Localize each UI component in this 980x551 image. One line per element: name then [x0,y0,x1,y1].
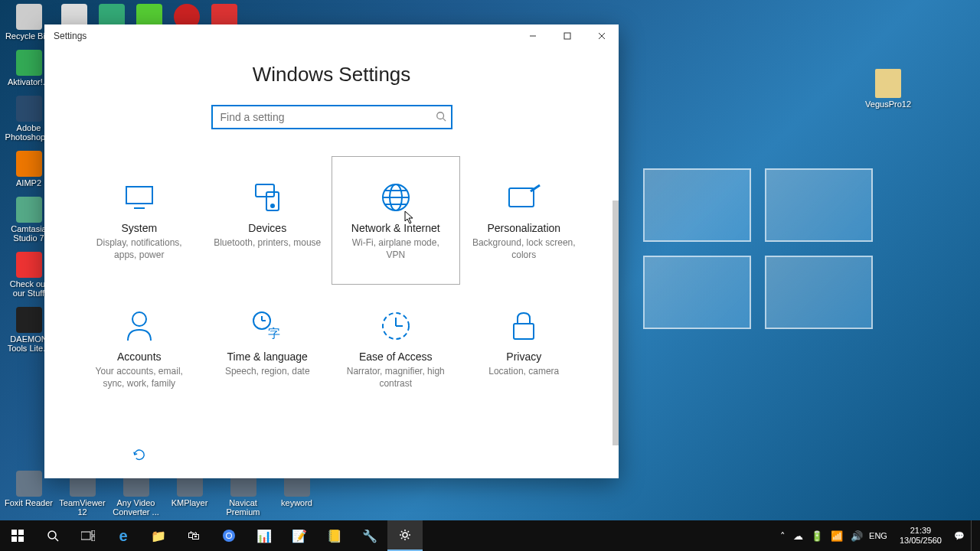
desktop-icon[interactable]: VegusPro12 [865,69,911,109]
taskbar-app-store[interactable]: 🛍 [176,520,211,551]
svg-point-31 [48,531,56,539]
svg-rect-1 [564,33,570,39]
svg-point-39 [403,533,407,537]
category-description: Speech, region, date [214,366,322,378]
category-icon [85,180,194,214]
svg-rect-8 [256,184,274,197]
search-icon [436,111,446,124]
svg-line-32 [55,538,58,541]
desktop-icon-label: Any Video Converter ... [111,498,161,517]
category-description: Background, lock screen, colors [470,237,579,261]
category-description: Wi-Fi, airplane mode, VPN [341,237,450,261]
show-desktop-button[interactable] [971,520,975,551]
svg-point-38 [227,533,231,538]
scrollbar[interactable] [612,201,619,445]
category-icon [85,308,194,343]
category-update[interactable] [75,413,204,478]
settings-window: Settings Windows Settings System Display… [44,24,619,478]
svg-text:字: 字 [268,327,280,340]
category-title: Ease of Access [341,350,450,363]
svg-point-18 [132,312,146,326]
desktop-icon-label: keyword [272,498,322,507]
desktop-icon-label: Navicat Premium [218,498,268,517]
desktop-icon-label: KMPlayer [165,498,214,507]
category-description: Your accounts, email, sync, work, family [85,366,194,390]
start-button[interactable] [0,520,35,551]
taskbar-app[interactable]: 📊 [247,520,282,551]
svg-rect-16 [509,188,534,207]
category-description: Location, camera [470,366,579,378]
category-icon [341,180,450,214]
desktop-icon-label: TeamViewer 12 [57,498,107,517]
tray-chevron-icon[interactable]: ˄ [780,530,786,542]
taskbar-app[interactable]: 📒 [317,520,352,551]
category-icon [85,437,194,471]
tray-clock[interactable]: 21:39 13/05/2560 [893,526,948,546]
svg-rect-34 [92,530,95,535]
taskbar-app[interactable]: 🔧 [352,520,387,551]
category-title: Personalization [470,222,579,234]
category-accounts[interactable]: Accounts Your accounts, email, sync, wor… [75,285,204,413]
category-description: Display, notifications, apps, power [85,237,194,261]
category-icon: 字 [214,308,322,343]
svg-rect-30 [18,536,24,542]
taskbar-app-edge[interactable]: e [106,520,141,551]
category-title: Privacy [470,350,579,363]
category-network-internet[interactable]: Network & Internet Wi-Fi, airplane mode,… [332,156,460,285]
svg-rect-33 [81,532,90,540]
page-title: Windows Settings [67,63,596,86]
tray-language[interactable]: ENG [869,531,887,540]
desktop-icon-label: Foxit Reader [4,498,54,507]
category-system[interactable]: System Display, notifications, apps, pow… [75,156,204,285]
minimize-button[interactable] [515,24,550,47]
tray-volume-icon[interactable]: 🔊 [851,530,863,542]
titlebar: Settings [44,24,619,47]
svg-point-10 [271,204,274,207]
taskbar: e 📁 🛍 📊 📝 📒 🔧 ˄ ☁ 🔋 📶 🔊 ENG 21:39 13/05/… [0,520,980,551]
category-description: Bluetooth, printers, mouse [214,237,322,249]
taskbar-app-settings[interactable] [387,520,423,551]
category-devices[interactable]: Devices Bluetooth, printers, mouse [204,156,332,285]
tray-notifications-icon[interactable]: 💬 [954,531,965,541]
svg-line-5 [443,119,446,122]
category-title: Devices [214,222,322,234]
category-title: Network & Internet [341,222,450,234]
category-icon [214,180,322,214]
svg-rect-35 [92,536,95,541]
taskbar-app[interactable]: 📝 [282,520,317,551]
tray-network-icon[interactable]: 📶 [831,530,843,542]
svg-rect-6 [126,187,152,204]
category-description: Narrator, magnifier, high contrast [341,366,450,390]
svg-rect-29 [11,536,17,542]
category-time-language[interactable]: 字 Time & language Speech, region, date [204,285,332,413]
svg-rect-26 [514,324,534,339]
maximize-button[interactable] [550,24,584,47]
desktop-wallpaper-logo [643,168,873,329]
cortana-search-button[interactable] [35,520,70,551]
category-icon [470,180,579,214]
svg-rect-27 [11,530,17,535]
taskbar-app-chrome[interactable] [211,520,247,551]
tray-battery-icon[interactable]: 🔋 [811,530,823,542]
tray-onedrive-icon[interactable]: ☁ [793,530,803,542]
taskbar-app-explorer[interactable]: 📁 [141,520,176,551]
category-title: System [85,222,194,234]
category-privacy[interactable]: Privacy Location, camera [460,285,589,413]
desktop-icon-label: VegusPro12 [865,99,911,109]
svg-point-4 [437,112,444,119]
category-icon [470,308,579,343]
category-title: Accounts [85,350,194,363]
task-view-button[interactable] [70,520,106,551]
window-title: Settings [54,31,87,41]
category-personalization[interactable]: Personalization Background, lock screen,… [460,156,589,285]
category-icon [341,308,450,343]
category-title: Time & language [214,350,322,363]
category-ease-of-access[interactable]: Ease of Access Narrator, magnifier, high… [332,285,460,413]
close-button[interactable] [584,24,619,47]
svg-rect-28 [18,530,24,535]
search-input[interactable] [211,105,452,129]
